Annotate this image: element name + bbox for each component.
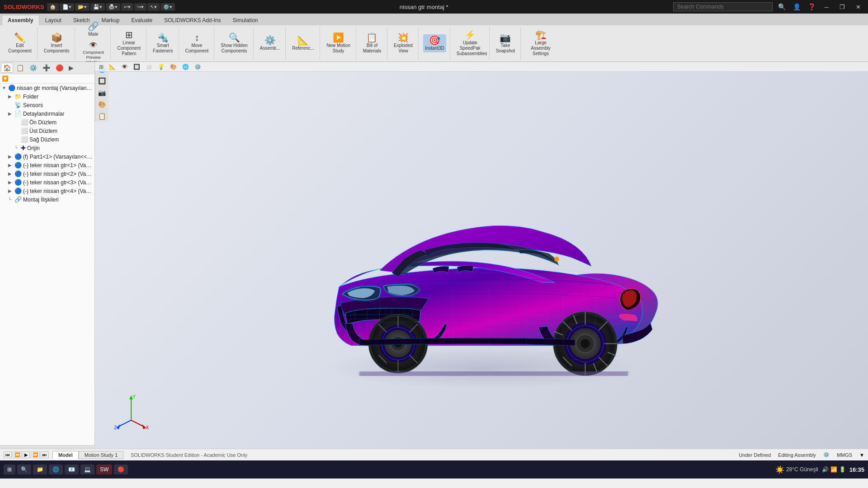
tree-ust-duzlem[interactable]: ⬜ Üst Düzlem bbox=[0, 127, 94, 135]
large-assembly-btn[interactable]: 🏗️ Large AssemblySettings bbox=[525, 29, 556, 58]
sidebar-tab-custom[interactable]: 🔴 bbox=[53, 63, 66, 73]
vp-settings-btn[interactable]: ⚙️ bbox=[192, 63, 203, 71]
vp-light-btn[interactable]: 💡 bbox=[156, 63, 167, 71]
restore-btn[interactable]: ❐ bbox=[836, 3, 849, 11]
vp-scene-btn[interactable]: 🌐 bbox=[180, 63, 191, 71]
edit-component-btn[interactable]: ✏️ EditComponent bbox=[6, 32, 33, 55]
tray-sound-icon[interactable]: 🔊 bbox=[822, 466, 829, 473]
search-input[interactable] bbox=[673, 2, 773, 11]
vp-display-btn[interactable]: 🔲 bbox=[131, 63, 142, 71]
sidebar-tab-config[interactable]: ⚙️ bbox=[27, 63, 39, 73]
filter-icon[interactable]: 🔽 bbox=[2, 75, 9, 82]
3d-viewport[interactable]: ⊞ 📐 👁️ 🔲 ◻️ 💡 🎨 🌐 ⚙️ bbox=[95, 62, 868, 449]
status-nav-last[interactable]: ⏭ bbox=[41, 451, 49, 458]
tree-label-teker1: (-) teker nissan gtr<1> (Varsa bbox=[23, 162, 93, 169]
status-units-dropdown[interactable]: ▼ bbox=[859, 452, 864, 458]
assembly-icon: ⚙️ bbox=[264, 36, 276, 45]
print-btn[interactable]: 🖨️▾ bbox=[106, 3, 120, 11]
status-tab-motion-study[interactable]: Motion Study 1 bbox=[79, 451, 123, 459]
tree-teker3[interactable]: ▶ 🔵 (-) teker nissan gtr<3> (Varsa bbox=[0, 178, 94, 187]
sidebar-tab-feature-tree[interactable]: 🏠 bbox=[1, 63, 13, 73]
tree-label-ust: Üst Düzlem bbox=[29, 128, 57, 134]
bom-icon: 📋 bbox=[366, 33, 377, 42]
vp-view-btn[interactable]: 👁️ bbox=[119, 63, 130, 71]
status-tab-model[interactable]: Model bbox=[52, 451, 79, 459]
taskbar-edge[interactable]: 🌐 bbox=[49, 465, 63, 474]
tree-label-montaj: Montaj İlişkileri bbox=[23, 197, 59, 203]
taskbar-computer[interactable]: 💻 bbox=[80, 465, 94, 474]
open-btn[interactable]: 📂▾ bbox=[75, 3, 90, 11]
help-account-btn[interactable]: 👤 bbox=[791, 2, 802, 11]
reference-btn[interactable]: 📐 Referenc... bbox=[290, 34, 316, 52]
clock: 16:35 bbox=[849, 466, 864, 473]
taskbar-chrome[interactable]: 🔴 bbox=[114, 465, 128, 474]
tree-orijin[interactable]: └ ✚ Orijin bbox=[0, 144, 94, 152]
insert-components-btn[interactable]: 📦 InsertComponents bbox=[42, 32, 71, 55]
sidebar-tab-property[interactable]: 📋 bbox=[14, 63, 26, 73]
vp-color-btn[interactable]: 🎨 bbox=[168, 63, 179, 71]
move-component-btn[interactable]: ↕️ MoveComponent bbox=[184, 32, 211, 55]
sidebar-tab-appearance[interactable]: ➕ bbox=[40, 63, 52, 73]
tree-detaylandirmalar[interactable]: ▶ 📄 Detaylandırmalar bbox=[0, 109, 94, 118]
tree-arrow-teker2: ▶ bbox=[8, 171, 14, 176]
close-btn[interactable]: ✕ bbox=[852, 3, 864, 11]
tree-label-root: nissan gtr montaj (Varsayılan<Gö bbox=[17, 85, 93, 91]
tree-part1[interactable]: ▶ 🔵 (f) Part1<1> (Varsayılan<<Va bbox=[0, 152, 94, 161]
taskbar-solidworks[interactable]: SW bbox=[96, 465, 112, 474]
show-hidden-btn[interactable]: 🔍 Show HiddenComponents bbox=[219, 32, 249, 55]
tree-teker4[interactable]: ▶ 🔵 (-) teker nissan gtr<4> (Varsa bbox=[0, 187, 94, 195]
assembly-features-btn[interactable]: ⚙️ Assemb... bbox=[258, 34, 282, 52]
tree-sag-duzlem[interactable]: ⬜ Sağ Düzlem bbox=[0, 135, 94, 144]
ribbon-group-hidden: 🔍 Show HiddenComponents bbox=[215, 27, 253, 60]
smart-fasteners-btn[interactable]: 🔩 SmartFasteners bbox=[151, 32, 175, 55]
tree-folder[interactable]: ▶ 📁 Folder bbox=[0, 92, 94, 101]
search-icon-btn[interactable]: 🔍 bbox=[776, 2, 788, 11]
reference-icon: 📐 bbox=[297, 36, 309, 45]
take-snapshot-btn[interactable]: 📷 TakeSnapshot bbox=[494, 32, 517, 55]
vp-grid-btn[interactable]: ⊞ bbox=[97, 63, 106, 71]
tab-layout[interactable]: Layout bbox=[39, 15, 67, 25]
tab-evaluate[interactable]: Evaluate bbox=[125, 15, 158, 25]
status-nav-play[interactable]: ▶ bbox=[23, 451, 30, 458]
update-speedpak-btn[interactable]: ⚡ Update SpeedPakSubassemblies bbox=[455, 29, 486, 58]
vp-section-btn[interactable]: ◻️ bbox=[143, 63, 155, 71]
new-btn[interactable]: 📄▾ bbox=[60, 3, 74, 11]
taskbar-explorer[interactable]: 📁 bbox=[33, 465, 47, 474]
tree-on-duzlem[interactable]: ⬜ Ön Düzlem bbox=[0, 118, 94, 127]
status-nav-next[interactable]: ⏩ bbox=[31, 451, 40, 458]
taskbar-search[interactable]: 🔍 bbox=[17, 465, 31, 474]
tab-assembly[interactable]: Assembly bbox=[2, 15, 39, 25]
tab-addins[interactable]: SOLIDWORKS Add-Ins bbox=[158, 15, 226, 25]
vp-measure-btn[interactable]: 📐 bbox=[107, 63, 118, 71]
cursor-btn[interactable]: ↖▾ bbox=[147, 3, 160, 11]
save-btn[interactable]: 💾▾ bbox=[90, 3, 105, 11]
tray-battery-icon[interactable]: 🔋 bbox=[839, 466, 846, 473]
tree-sensors[interactable]: 📡 Sensors bbox=[0, 101, 94, 109]
horizontal-scrollbar[interactable] bbox=[0, 445, 94, 449]
status-nav-prev[interactable]: ⏪ bbox=[13, 451, 22, 458]
exploded-view-btn[interactable]: 💥 ExplodedView bbox=[392, 32, 415, 55]
new-motion-study-btn[interactable]: ▶️ New MotionStudy bbox=[325, 32, 352, 55]
tree-montaj[interactable]: └ 🔗 Montaj İlişkileri bbox=[0, 195, 94, 204]
linear-pattern-btn[interactable]: ⊞ LinearComponentPattern bbox=[115, 29, 142, 58]
help-btn[interactable]: ❓ bbox=[806, 2, 817, 11]
instant3d-btn[interactable]: 🎯 Instant3D bbox=[423, 34, 446, 52]
undo-btn[interactable]: ↩▾ bbox=[121, 3, 133, 11]
sidebar-expand-btn[interactable]: ▶ bbox=[66, 63, 76, 73]
minimize-btn[interactable]: ─ bbox=[821, 3, 832, 11]
status-nav-first[interactable]: ⏮ bbox=[4, 451, 12, 458]
taskbar-mail[interactable]: 📧 bbox=[65, 465, 79, 474]
start-button[interactable]: ⊞ bbox=[4, 465, 15, 474]
tree-icon-sag: ⬜ bbox=[21, 136, 28, 143]
tab-simulation[interactable]: Simulation bbox=[227, 15, 264, 25]
mate-btn[interactable]: 🔗 Mate bbox=[82, 20, 104, 38]
bill-of-materials-btn[interactable]: 📋 Bill ofMaterials bbox=[361, 32, 383, 55]
options-btn[interactable]: ⚙️▾ bbox=[160, 3, 175, 11]
home-btn[interactable]: 🏠 bbox=[47, 3, 59, 11]
tree-teker2[interactable]: ▶ 🔵 (-) teker nissan gtr<2> (Varsay bbox=[0, 169, 94, 178]
tray-network-icon[interactable]: 📶 bbox=[830, 466, 837, 473]
ribbon-group-fasteners: 🔩 SmartFasteners bbox=[147, 27, 179, 60]
tree-root[interactable]: ▼ 🔵 nissan gtr montaj (Varsayılan<Gö bbox=[0, 84, 94, 92]
redo-btn[interactable]: ↪▾ bbox=[134, 3, 146, 11]
tree-teker1[interactable]: ▶ 🔵 (-) teker nissan gtr<1> (Varsa bbox=[0, 161, 94, 169]
